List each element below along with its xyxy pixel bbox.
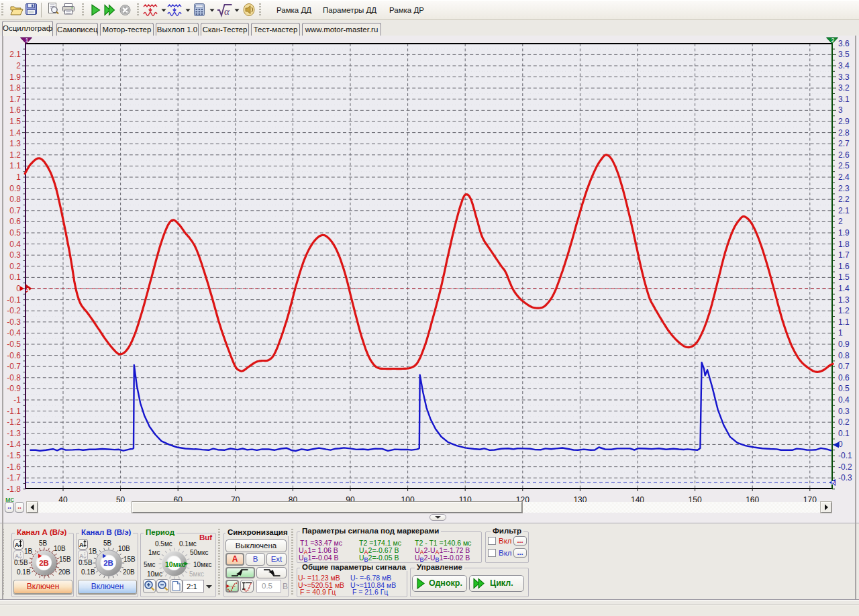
svg-text:1.6: 1.6	[9, 105, 21, 115]
svg-text:1: 1	[16, 172, 21, 182]
svg-text:2.2: 2.2	[838, 195, 850, 204]
svg-text:-0.3: -0.3	[838, 473, 852, 482]
svg-text:-1.8: -1.8	[7, 484, 21, 494]
svg-text:0.5: 0.5	[9, 228, 21, 238]
svg-text:-1.7: -1.7	[7, 473, 21, 482]
svg-text:-0.5: -0.5	[7, 340, 21, 349]
svg-text:2: 2	[831, 37, 834, 44]
svg-text:0.4: 0.4	[838, 395, 850, 405]
svg-text:1.5: 1.5	[9, 117, 21, 126]
svg-text:1.6: 1.6	[838, 262, 850, 271]
svg-text:1.4: 1.4	[9, 128, 21, 138]
svg-text:0.6: 0.6	[9, 217, 21, 226]
svg-text:-1: -1	[13, 395, 21, 405]
svg-text:3.4: 3.4	[838, 61, 850, 70]
svg-text:A: A	[26, 287, 30, 293]
svg-text:0.4: 0.4	[9, 240, 21, 249]
svg-text:-1.3: -1.3	[7, 429, 21, 438]
svg-text:2В: 2В	[103, 559, 113, 567]
svg-text:2.3: 2.3	[838, 184, 850, 193]
svg-text:A: A	[79, 553, 84, 560]
svg-text:1.1: 1.1	[838, 317, 850, 327]
svg-text:2.1: 2.1	[9, 50, 21, 59]
svg-text:1.8: 1.8	[838, 240, 850, 249]
svg-text:0.9: 0.9	[9, 184, 21, 193]
svg-text:0.1: 0.1	[838, 429, 850, 438]
svg-text:1: 1	[25, 37, 28, 44]
svg-text:0.2: 0.2	[9, 262, 21, 271]
svg-text:0.9: 0.9	[838, 340, 850, 349]
svg-text:1.8: 1.8	[9, 83, 21, 93]
svg-text:0.8: 0.8	[9, 195, 21, 204]
svg-text:1.7: 1.7	[9, 95, 21, 104]
svg-text:1.1: 1.1	[9, 161, 21, 170]
svg-text:2.1: 2.1	[838, 206, 850, 215]
svg-text:1.3: 1.3	[9, 139, 21, 148]
svg-text:0.1: 0.1	[9, 272, 21, 282]
svg-text:1: 1	[838, 328, 843, 338]
svg-text:0: 0	[838, 440, 843, 449]
svg-text:3.1: 3.1	[838, 95, 850, 104]
svg-text:-0.1: -0.1	[7, 295, 21, 305]
svg-text:2.9: 2.9	[838, 117, 850, 126]
svg-text:0.3: 0.3	[9, 250, 21, 260]
svg-text:-0.8: -0.8	[7, 373, 21, 382]
svg-text:0.2: 0.2	[838, 417, 850, 427]
svg-text:A: A	[15, 542, 19, 548]
svg-text:2В: 2В	[39, 559, 49, 567]
svg-text:-1.6: -1.6	[7, 462, 21, 472]
svg-text:α: α	[224, 6, 230, 17]
svg-text:2.7: 2.7	[838, 139, 850, 148]
svg-text:1.9: 1.9	[838, 228, 850, 238]
svg-text:3.6: 3.6	[838, 39, 850, 48]
svg-text:0.7: 0.7	[838, 362, 850, 371]
svg-text:-1.5: -1.5	[7, 451, 21, 460]
svg-text:3: 3	[838, 105, 843, 115]
svg-text:0.7: 0.7	[9, 206, 21, 215]
svg-text:2: 2	[838, 217, 843, 226]
svg-text:-0.9: -0.9	[7, 384, 21, 393]
svg-text:3.2: 3.2	[838, 83, 850, 93]
svg-text:1.9: 1.9	[9, 72, 21, 82]
svg-text:A: A	[79, 542, 84, 548]
svg-text:B: B	[831, 480, 836, 486]
svg-text:0.3: 0.3	[838, 407, 850, 416]
svg-text:1.7: 1.7	[838, 250, 850, 260]
svg-text:-0.2: -0.2	[7, 306, 21, 315]
svg-text:-0.1: -0.1	[838, 451, 852, 460]
svg-text:-0.3: -0.3	[7, 317, 21, 327]
svg-text:-1.4: -1.4	[7, 440, 21, 449]
svg-text:2.4: 2.4	[838, 172, 850, 182]
svg-text:-1.1: -1.1	[7, 407, 21, 416]
svg-text:-0.2: -0.2	[838, 462, 852, 472]
svg-text:3.5: 3.5	[838, 50, 850, 59]
svg-text:1.2: 1.2	[9, 150, 21, 160]
svg-text:3.3: 3.3	[838, 72, 850, 82]
svg-text:1.2: 1.2	[838, 306, 850, 315]
svg-text:1.4: 1.4	[838, 284, 850, 293]
svg-text:1.3: 1.3	[838, 295, 850, 305]
svg-text:0.8: 0.8	[838, 351, 850, 360]
svg-text:1.5: 1.5	[838, 272, 850, 282]
svg-text:-0.6: -0.6	[7, 351, 21, 360]
svg-text:2.6: 2.6	[838, 150, 850, 160]
svg-text:0.6: 0.6	[838, 373, 850, 382]
svg-text:-1.2: -1.2	[7, 417, 21, 427]
svg-text:0.5: 0.5	[838, 384, 850, 393]
svg-text:A: A	[15, 553, 19, 560]
svg-text:2: 2	[16, 61, 21, 70]
svg-text:-0.4: -0.4	[7, 328, 21, 338]
svg-text:2.8: 2.8	[838, 128, 850, 138]
svg-text:2.5: 2.5	[838, 161, 850, 170]
svg-text:-0.7: -0.7	[7, 362, 21, 371]
